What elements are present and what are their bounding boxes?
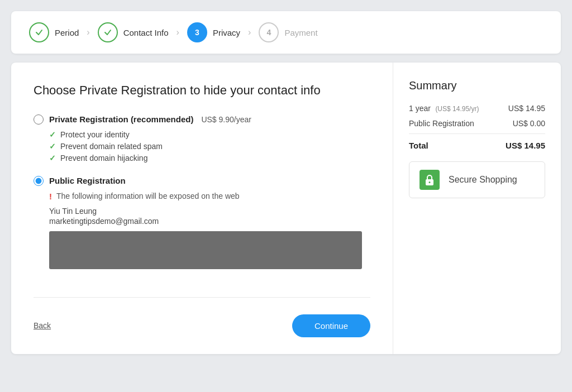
benefit-text-3: Prevent domain hijacking xyxy=(60,154,147,162)
public-registration-radio[interactable] xyxy=(34,176,44,186)
check-icon-3: ✓ xyxy=(49,154,56,162)
secure-shopping-label: Secure Shopping xyxy=(449,175,517,185)
step-payment: 4 Payment xyxy=(259,22,317,42)
right-panel: Summary 1 year (US$ 14.95/yr) US$ 14.95 … xyxy=(393,63,561,354)
secure-shopping-box: Secure Shopping xyxy=(409,161,545,198)
step-payment-label: Payment xyxy=(284,28,317,37)
benefit-item-2: ✓ Prevent domain related spam xyxy=(49,142,370,151)
summary-row-1-label: 1 year (US$ 14.95/yr) xyxy=(409,103,479,113)
benefit-text-2: Prevent domain related spam xyxy=(60,142,163,151)
benefits-list: ✓ Protect your identity ✓ Prevent domain… xyxy=(49,130,370,162)
public-registration-title: Public Registration xyxy=(49,176,126,185)
summary-total-row: Total US$ 14.95 xyxy=(409,133,545,150)
summary-total-label: Total xyxy=(409,141,428,150)
page-heading: Choose Private Registration to hide your… xyxy=(34,83,370,99)
step-privacy: 3 Privacy xyxy=(187,22,240,42)
page-wrapper: Period › Contact Info › 3 Privacy › 4 Pa… xyxy=(11,11,561,354)
private-registration-title: Private Registration (recommended) xyxy=(49,114,193,124)
step-period-label: Period xyxy=(55,28,79,37)
stepper-card: Period › Contact Info › 3 Privacy › 4 Pa… xyxy=(11,11,561,54)
check-icon-2: ✓ xyxy=(49,142,56,151)
summary-title: Summary xyxy=(409,79,545,92)
summary-row-2-value: US$ 0.00 xyxy=(513,119,545,128)
warning-text: The following information will be expose… xyxy=(56,192,240,200)
arrow-3: › xyxy=(248,27,251,37)
benefit-item-3: ✓ Prevent domain hijacking xyxy=(49,154,370,162)
continue-button[interactable]: Continue xyxy=(292,314,370,337)
summary-row-1: 1 year (US$ 14.95/yr) US$ 14.95 xyxy=(409,103,545,113)
step-period-circle xyxy=(29,22,49,42)
left-panel: Choose Private Registration to hide your… xyxy=(11,63,393,354)
summary-row-2-label: Public Registration xyxy=(409,119,474,128)
warning-icon: ! xyxy=(49,192,52,201)
arrow-2: › xyxy=(177,27,179,37)
benefit-item-1: ✓ Protect your identity xyxy=(49,130,370,139)
step-period: Period xyxy=(29,22,79,42)
footer-actions: Back Continue xyxy=(34,314,370,337)
warning-row: ! The following information will be expo… xyxy=(49,192,370,201)
summary-total-value: US$ 14.95 xyxy=(506,141,545,150)
private-registration-header: Private Registration (recommended) US$ 9… xyxy=(34,114,370,125)
summary-row-2: Public Registration US$ 0.00 xyxy=(409,119,545,128)
public-registration-option: Public Registration ! The following info… xyxy=(34,176,370,275)
back-button[interactable]: Back xyxy=(34,321,51,330)
user-name: Yiu Tin Leung xyxy=(49,207,370,216)
redacted-info-block xyxy=(49,231,362,269)
check-icon-1: ✓ xyxy=(49,130,56,139)
user-info-block: Yiu Tin Leung marketingtipsdemo@gmail.co… xyxy=(49,207,370,269)
user-email: marketingtipsdemo@gmail.com xyxy=(49,217,370,226)
private-registration-option: Private Registration (recommended) US$ 9… xyxy=(34,114,370,162)
private-registration-radio[interactable] xyxy=(34,114,44,125)
step-payment-circle: 4 xyxy=(259,22,279,42)
svg-point-1 xyxy=(429,181,431,183)
arrow-1: › xyxy=(87,27,89,37)
footer-divider xyxy=(34,297,370,298)
public-registration-header: Public Registration xyxy=(34,176,370,186)
step-privacy-label: Privacy xyxy=(213,28,240,37)
private-registration-price: US$ 9.90/year xyxy=(201,115,251,124)
benefit-text-1: Protect your identity xyxy=(60,130,130,139)
step-privacy-circle: 3 xyxy=(187,22,207,42)
summary-row-1-value: US$ 14.95 xyxy=(508,104,545,113)
main-card: Choose Private Registration to hide your… xyxy=(11,63,561,354)
step-contact: Contact Info xyxy=(98,22,169,42)
lock-badge xyxy=(420,170,440,190)
step-contact-circle xyxy=(98,22,118,42)
step-contact-label: Contact Info xyxy=(123,28,169,37)
